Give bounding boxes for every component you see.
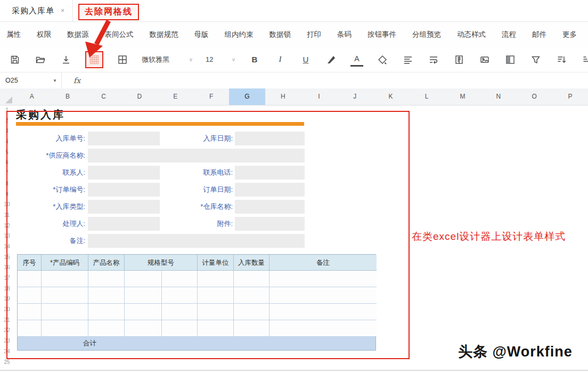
underline-button[interactable]: U (299, 53, 312, 66)
font-select[interactable]: 微软雅黑 ∨ (142, 55, 193, 64)
table-header-cell[interactable]: 规格型号 (125, 255, 198, 271)
table-cell[interactable] (270, 304, 377, 320)
italic-button[interactable]: I (274, 53, 287, 66)
field-input[interactable] (88, 234, 305, 248)
table-cell[interactable] (162, 271, 198, 287)
menu-item-7[interactable]: 组内约束 (225, 30, 254, 39)
table-cell[interactable] (42, 304, 88, 320)
import-icon[interactable] (60, 53, 72, 66)
table-cell[interactable] (234, 304, 270, 320)
column-header-G[interactable]: G (229, 88, 265, 105)
sort-asc-icon[interactable] (555, 53, 568, 66)
column-header-N[interactable]: N (480, 88, 516, 105)
name-box[interactable]: O25 ▼ (0, 72, 62, 88)
table-cell[interactable] (18, 320, 42, 337)
table-cell[interactable] (270, 320, 377, 337)
font-color-button[interactable]: A (350, 52, 363, 67)
row-header-23[interactable]: 23 (0, 336, 14, 346)
row-header-24[interactable]: 24 (0, 346, 14, 357)
table-cell[interactable] (42, 287, 88, 304)
table-header-cell[interactable]: 备注 (270, 255, 377, 271)
filter-icon[interactable] (529, 53, 542, 66)
column-header-E[interactable]: E (158, 88, 193, 105)
menu-item-2[interactable]: 权限 (37, 30, 51, 39)
column-header-K[interactable]: K (373, 88, 409, 105)
table-cell[interactable] (234, 320, 270, 337)
column-header-P[interactable]: P (552, 88, 588, 105)
menu-item-12[interactable]: 分组预览 (412, 30, 441, 39)
fill-color-icon[interactable] (376, 53, 389, 66)
format-painter-icon[interactable] (325, 53, 338, 66)
column-header-A[interactable]: A (14, 88, 50, 105)
save-icon[interactable] (9, 53, 21, 66)
table-cell[interactable] (198, 304, 234, 320)
table-cell[interactable] (125, 271, 162, 287)
table-cell[interactable] (88, 271, 125, 287)
sort-desc-icon[interactable] (581, 53, 588, 66)
row-header-1[interactable]: 1 (0, 105, 14, 116)
column-header-C[interactable]: C (86, 88, 121, 105)
field-input[interactable] (88, 149, 305, 163)
table-cell[interactable] (162, 320, 198, 337)
row-header-19[interactable]: 19 (0, 294, 14, 304)
menu-item-11[interactable]: 按钮事件 (368, 30, 396, 39)
menu-item-15[interactable]: 邮件 (532, 30, 546, 39)
table-cell[interactable] (18, 287, 42, 304)
bold-button[interactable]: B (248, 53, 261, 66)
field-input[interactable] (235, 183, 305, 197)
table-cell[interactable] (234, 271, 270, 287)
menu-item-14[interactable]: 流程 (502, 30, 516, 39)
table-cell[interactable] (88, 320, 125, 337)
menu-item-13[interactable]: 动态样式 (457, 30, 486, 39)
field-input[interactable] (235, 200, 305, 214)
wrap-text-icon[interactable] (427, 53, 440, 66)
table-header-cell[interactable]: 计量单位 (198, 255, 234, 271)
table-cell[interactable] (125, 287, 162, 304)
menu-item-9[interactable]: 打印 (307, 30, 321, 39)
row-header-2[interactable]: 2 (0, 116, 14, 126)
table-header-cell[interactable]: 序号 (18, 255, 42, 271)
column-header-O[interactable]: O (516, 88, 552, 105)
table-cell[interactable] (42, 271, 88, 287)
row-header-17[interactable]: 17 (0, 273, 14, 283)
menu-item-16[interactable]: 更多 (562, 30, 577, 39)
font-size-select[interactable]: 12 ∨ (206, 55, 235, 63)
field-input[interactable] (88, 132, 160, 145)
folder-open-icon[interactable] (34, 53, 47, 66)
table-cell[interactable] (125, 304, 162, 320)
table-cell[interactable] (125, 320, 162, 337)
table-cell[interactable] (18, 271, 42, 287)
field-input[interactable] (235, 166, 305, 180)
table-header-cell[interactable]: 入库数量 (234, 255, 270, 271)
field-input[interactable] (235, 132, 305, 145)
column-header-B[interactable]: B (50, 88, 85, 105)
table-cell[interactable] (42, 320, 88, 337)
merge-cells-icon[interactable] (504, 53, 517, 66)
table-cell[interactable] (18, 304, 42, 320)
column-header-L[interactable]: L (409, 88, 444, 105)
field-input[interactable] (88, 166, 160, 180)
field-input[interactable] (88, 183, 160, 197)
row-header-21[interactable]: 21 (0, 315, 14, 326)
column-header-J[interactable]: J (337, 88, 373, 105)
column-header-H[interactable]: H (265, 88, 301, 105)
table-cell[interactable] (270, 287, 377, 304)
column-header-I[interactable]: I (301, 88, 337, 105)
table-cell[interactable] (234, 287, 270, 304)
row-header-25[interactable]: 25 (0, 357, 14, 368)
select-all-corner[interactable] (0, 88, 14, 105)
field-input[interactable] (88, 217, 160, 231)
align-icon[interactable] (402, 53, 414, 66)
tab-close-icon[interactable]: × (61, 7, 65, 14)
row-header-16[interactable]: 16 (0, 262, 14, 273)
table-cell[interactable] (88, 287, 125, 304)
table-header-cell[interactable]: 产品名称 (88, 255, 125, 271)
field-input[interactable] (235, 217, 305, 231)
form-layout-icon[interactable] (453, 53, 466, 66)
table-cell[interactable] (198, 320, 234, 337)
row-header-22[interactable]: 22 (0, 325, 14, 336)
column-header-F[interactable]: F (193, 88, 229, 105)
menu-item-10[interactable]: 条码 (337, 30, 352, 39)
menu-item-1[interactable]: 属性 (6, 30, 21, 39)
table-cell[interactable] (162, 304, 198, 320)
